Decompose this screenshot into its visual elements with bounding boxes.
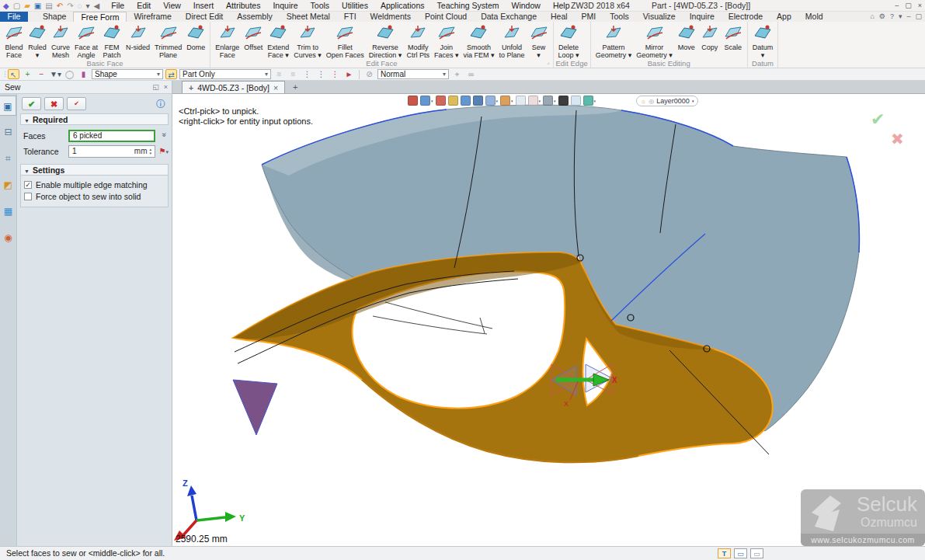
required-section-header[interactable]: ▼Required: [20, 113, 169, 125]
panel-toggle-icon[interactable]: ▢: [915, 12, 922, 22]
options-icon[interactable]: ⚙: [879, 12, 885, 22]
new-tab-button[interactable]: +: [293, 81, 297, 93]
text-filter-icon[interactable]: T: [718, 548, 731, 558]
document-tab[interactable]: + 4WD-05.Z3 - [Body] ×: [182, 81, 285, 93]
align-plane-icon[interactable]: ≡: [287, 69, 299, 79]
tab-direct-edit[interactable]: Direct Edit: [179, 12, 230, 22]
tab-data-exchange[interactable]: Data Exchange: [474, 12, 544, 22]
unfold-to-plane-button[interactable]: Unfoldto Plane: [496, 23, 527, 59]
close-button[interactable]: ×: [918, 0, 922, 12]
move-button[interactable]: Move: [675, 23, 698, 52]
filter-list-icon[interactable]: ▼▾: [50, 69, 61, 79]
swap-target-icon[interactable]: ⇄: [165, 69, 177, 79]
zebra-analysis-icon[interactable]: [516, 96, 526, 106]
shape-combo[interactable]: Shape▾: [92, 69, 163, 79]
menu-help[interactable]: Help: [552, 0, 571, 12]
tolerance-flag-icon[interactable]: ⚑▾: [159, 147, 169, 155]
open-file-icon[interactable]: ▰: [24, 0, 30, 12]
dialog-launcher-icon[interactable]: ⌟: [547, 57, 549, 67]
menu-view[interactable]: View: [162, 0, 182, 12]
ok-button[interactable]: ✔: [22, 97, 41, 110]
tab-close-icon[interactable]: ×: [273, 83, 278, 92]
layer-combo[interactable]: ☼ ◎ Layer0000 ▾: [636, 96, 698, 106]
modify-ctrl-pts-button[interactable]: ModifyCtrl Pts: [404, 23, 432, 59]
help-icon[interactable]: ?: [890, 12, 894, 22]
remove-pick-icon[interactable]: −: [36, 69, 47, 79]
lasso-pick-icon[interactable]: ◯: [64, 69, 75, 79]
dock-panel-icon[interactable]: ◱: [152, 81, 159, 94]
render-off-icon[interactable]: ⊘: [363, 69, 375, 79]
visual-manager-icon[interactable]: ◩: [0, 175, 16, 195]
curve-mesh-button[interactable]: CurveMesh: [49, 23, 72, 59]
exit-sketch-icon[interactable]: [408, 96, 418, 106]
trim-to-curves-button[interactable]: Trim toCurves ▾: [291, 23, 324, 59]
print-icon[interactable]: ▤: [45, 0, 52, 12]
tab-fti[interactable]: FTI: [337, 12, 363, 22]
tab-free-form[interactable]: Free Form: [73, 12, 127, 22]
mirror-geometry-button[interactable]: MirrorGeometry ▾: [634, 23, 675, 59]
cancel-button[interactable]: ✖: [44, 97, 64, 110]
fem-patch-button[interactable]: FEMPatch: [100, 23, 123, 59]
settings-section-header[interactable]: ▼Settings: [20, 164, 169, 176]
shape-manager-icon[interactable]: ▣: [0, 96, 16, 116]
tab-tools[interactable]: Tools: [603, 12, 636, 22]
redline-icon[interactable]: [436, 96, 446, 106]
tab-sheet-metal[interactable]: Sheet Metal: [280, 12, 337, 22]
save-icon[interactable]: ▣: [34, 0, 41, 12]
column-red-icon[interactable]: ⋮: [329, 69, 341, 79]
menu-teaching-system[interactable]: Teaching System: [436, 0, 500, 12]
dome-button[interactable]: Dome: [184, 23, 207, 52]
menu-utilities[interactable]: Utilities: [341, 0, 369, 12]
background-icon[interactable]: [558, 96, 569, 106]
expand-chevron-icon[interactable]: »: [161, 133, 169, 137]
menu-edit[interactable]: Edit: [136, 0, 151, 12]
tab-point-cloud[interactable]: Point Cloud: [418, 12, 474, 22]
tab-electrode[interactable]: Electrode: [722, 12, 770, 22]
tab-mold[interactable]: Mold: [798, 12, 830, 22]
tolerance-input[interactable]: 1 mm ▴▾: [68, 145, 155, 158]
style-icon[interactable]: ⌂: [870, 12, 874, 22]
column-mix-icon[interactable]: ⋮: [315, 69, 327, 79]
confirm-cancel-icon[interactable]: ✖: [891, 130, 904, 148]
blend-face-button[interactable]: BlendFace: [2, 23, 26, 59]
cursor-track-icon[interactable]: ⌖: [451, 69, 463, 79]
redo-icon[interactable]: ↷: [67, 0, 73, 12]
tab-assembly[interactable]: Assembly: [230, 12, 280, 22]
render-combo[interactable]: Normal▾: [377, 69, 449, 79]
history-manager-icon[interactable]: ⊟: [0, 122, 16, 142]
new-file-icon[interactable]: ▢: [13, 0, 20, 12]
menu-applications[interactable]: Applications: [380, 0, 426, 12]
lighting-icon[interactable]: [571, 96, 581, 106]
tab-inquire[interactable]: Inquire: [683, 12, 722, 22]
window-mode-icon[interactable]: ▭: [750, 548, 763, 558]
wireframe-icon[interactable]: [461, 96, 471, 106]
undo-icon[interactable]: ↶: [57, 0, 63, 12]
model-3d-view[interactable]: X X Z Y: [172, 94, 925, 546]
pick-style-icon[interactable]: ▮: [78, 69, 89, 79]
sew-button[interactable]: Sew▾: [527, 23, 551, 59]
section-view-icon[interactable]: [485, 96, 496, 106]
minimize-ribbon-icon[interactable]: –: [906, 12, 910, 22]
fillet-open-faces-button[interactable]: FilletOpen Faces: [324, 23, 367, 59]
material-render-icon[interactable]: [583, 96, 593, 106]
tab-shape[interactable]: Shape: [36, 12, 73, 22]
tab-wireframe[interactable]: Wireframe: [127, 12, 178, 22]
menu-attributes[interactable]: Attributes: [225, 0, 261, 12]
qat-dropdown-icon[interactable]: ▾: [86, 0, 90, 12]
customize-icon[interactable]: ◌: [78, 0, 82, 12]
assembly-manager-icon[interactable]: ⌗: [0, 148, 16, 169]
trimmed-plane-button[interactable]: TrimmedPlane: [152, 23, 184, 59]
view-manager-icon[interactable]: ▦: [0, 201, 16, 221]
extend-face-button[interactable]: ExtendFace ▾: [265, 23, 291, 59]
shade-options-icon[interactable]: [448, 96, 458, 106]
pattern-geometry-button[interactable]: PatternGeometry ▾: [593, 23, 635, 59]
offset-button[interactable]: Offset: [242, 23, 265, 52]
datum-button[interactable]: Datum▾: [750, 23, 776, 59]
menu-window[interactable]: Window: [511, 0, 541, 12]
scale-button[interactable]: Scale: [722, 23, 745, 52]
minimize-button[interactable]: –: [895, 0, 899, 12]
restore-button[interactable]: ▢: [905, 0, 912, 12]
faces-input[interactable]: 6 picked: [68, 130, 155, 142]
tab-heal[interactable]: Heal: [544, 12, 575, 22]
menu-file[interactable]: File: [110, 0, 125, 12]
